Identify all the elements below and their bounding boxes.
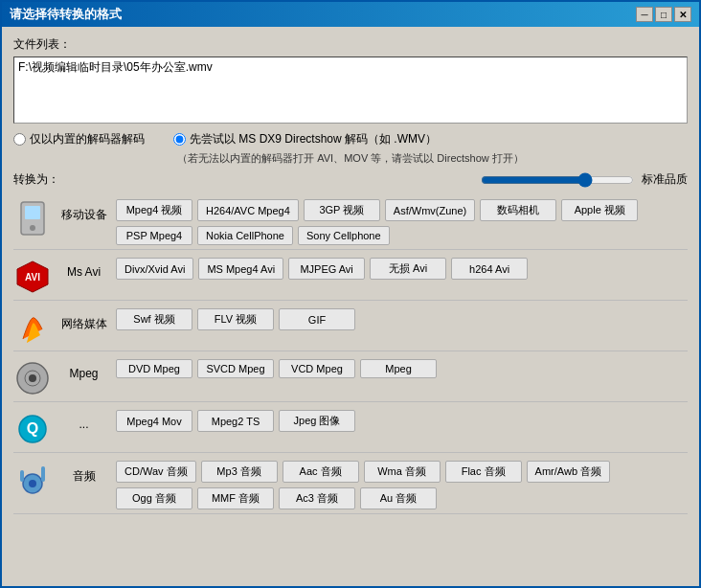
format-button-mobile-2[interactable]: 3GP 视频 [304,199,380,221]
close-button[interactable]: ✕ [674,7,691,22]
format-button-web-0[interactable]: Swf 视频 [116,308,192,330]
file-list-box[interactable]: F:\视频编辑临时目录\05年办公室.wmv [13,57,688,124]
svg-point-6 [29,374,36,382]
format-button-audio-0[interactable]: CD/Wav 音频 [116,461,196,483]
format-button-web-2[interactable]: GIF [279,308,355,330]
radio-option-2[interactable]: 先尝试以 MS DX9 Directshow 解码（如 .WMV） [173,131,437,147]
buttons-area-msavi: Divx/Xvid AviMS Mpeg4 AviMJPEG Avi无损 Avi… [116,258,688,280]
format-button-audio-6[interactable]: Ogg 音频 [116,487,192,509]
format-button-mobile-7[interactable]: Nokia CellPhone [197,226,293,245]
category-icon-audio [13,461,52,499]
category-row-mpeg: MpegDVD MpegSVCD MpegVCD MpegMpeg [13,355,688,402]
category-name-web: 网络媒体 [57,308,110,332]
window-title: 请选择待转换的格式 [10,6,122,23]
content-area: 文件列表： F:\视频编辑临时目录\05年办公室.wmv 仅以内置的解码器解码 … [2,27,699,524]
svg-rect-12 [41,466,45,482]
category-icon-mpeg [13,359,52,397]
format-button-audio-8[interactable]: Ac3 音频 [279,487,355,509]
format-button-msavi-2[interactable]: MJPEG Avi [288,258,365,280]
format-button-msavi-3[interactable]: 无损 Avi [370,258,446,280]
svg-text:AVI: AVI [25,272,40,283]
buttons-area-mpeg: DVD MpegSVCD MpegVCD MpegMpeg [116,359,688,378]
category-name-msavi: Ms Avi [57,258,110,279]
convert-row: 转换为： 标准品质 [13,171,688,188]
format-button-msavi-1[interactable]: MS Mpeg4 Avi [198,258,283,280]
category-row-msavi: AVIMs AviDivx/Xvid AviMS Mpeg4 AviMJPEG … [13,254,688,301]
category-icon-misc: Q [13,410,52,448]
format-button-mobile-6[interactable]: PSP Mpeg4 [116,226,192,245]
format-button-web-1[interactable]: FLV 视频 [197,308,274,330]
radio-option-1[interactable]: 仅以内置的解码器解码 [13,131,145,147]
buttons-area-web: Swf 视频FLV 视频GIF [116,308,688,330]
radio-decode-directshow[interactable] [173,133,186,146]
format-button-audio-3[interactable]: Wma 音频 [364,461,441,483]
category-name-mobile: 移动设备 [57,199,110,223]
maximize-button[interactable]: □ [655,7,672,22]
main-window: 请选择待转换的格式 ─ □ ✕ 文件列表： F:\视频编辑临时目录\05年办公室… [0,0,701,588]
format-button-mobile-1[interactable]: H264/AVC Mpeg4 [197,199,299,221]
radio-label-1: 仅以内置的解码器解码 [30,131,145,147]
format-button-mpeg-3[interactable]: Mpeg [360,359,437,378]
format-button-audio-2[interactable]: Aac 音频 [283,461,359,483]
slider-area: 标准品质 [79,171,688,188]
svg-rect-1 [25,206,40,219]
format-button-mobile-4[interactable]: 数码相机 [480,199,556,221]
category-name-mpeg: Mpeg [57,359,110,380]
quality-label: 标准品质 [642,171,688,188]
category-icon-web [13,308,52,347]
format-button-misc-1[interactable]: Mpeg2 TS [197,410,274,432]
svg-point-2 [30,225,35,231]
convert-for-label: 转换为： [13,171,59,188]
category-icon-mobile [13,199,52,237]
svg-rect-13 [20,470,24,482]
format-button-msavi-0[interactable]: Divx/Xvid Avi [116,258,193,280]
category-name-misc: ... [57,410,110,431]
categories-container: 移动设备Mpeg4 视频H264/AVC Mpeg43GP 视频Asf/Wmv(… [13,195,688,514]
category-row-mobile: 移动设备Mpeg4 视频H264/AVC Mpeg43GP 视频Asf/Wmv(… [13,195,688,250]
file-path: F:\视频编辑临时目录\05年办公室.wmv [18,59,683,76]
quality-slider[interactable] [481,172,634,188]
format-button-mobile-5[interactable]: Apple 视频 [561,199,638,221]
svg-point-11 [29,480,36,487]
svg-text:Q: Q [27,420,38,437]
radio-row: 仅以内置的解码器解码 先尝试以 MS DX9 Directshow 解码（如 .… [13,131,688,147]
buttons-area-misc: Mpeg4 MovMpeg2 TSJpeg 图像 [116,410,688,432]
format-button-audio-5[interactable]: Amr/Awb 音频 [527,461,610,483]
format-button-mobile-3[interactable]: Asf/Wmv(Zune) [385,199,475,221]
minimize-button[interactable]: ─ [636,7,653,22]
buttons-area-audio: CD/Wav 音频Mp3 音频Aac 音频Wma 音频Flac 音频Amr/Aw… [116,461,688,509]
hint-text: （若无法以内置的解码器打开 AVI、MOV 等，请尝试以 Directshow … [13,151,688,166]
format-button-misc-2[interactable]: Jpeg 图像 [279,410,355,432]
category-row-misc: Q...Mpeg4 MovMpeg2 TSJpeg 图像 [13,406,688,453]
category-icon-msavi: AVI [13,258,52,296]
format-button-mpeg-0[interactable]: DVD Mpeg [116,359,192,378]
category-row-web: 网络媒体Swf 视频FLV 视频GIF [13,305,688,351]
title-bar: 请选择待转换的格式 ─ □ ✕ [2,2,699,27]
title-bar-buttons: ─ □ ✕ [636,7,691,22]
category-row-audio: 音频CD/Wav 音频Mp3 音频Aac 音频Wma 音频Flac 音频Amr/… [13,457,688,514]
format-button-audio-9[interactable]: Au 音频 [360,487,437,509]
format-button-mobile-8[interactable]: Sony Cellphone [298,226,390,245]
radio-label-2: 先尝试以 MS DX9 Directshow 解码（如 .WMV） [190,131,437,147]
format-button-mpeg-2[interactable]: VCD Mpeg [279,359,355,378]
buttons-area-mobile: Mpeg4 视频H264/AVC Mpeg43GP 视频Asf/Wmv(Zune… [116,199,688,245]
format-button-mobile-0[interactable]: Mpeg4 视频 [116,199,192,221]
format-button-audio-1[interactable]: Mp3 音频 [201,461,278,483]
format-button-msavi-4[interactable]: h264 Avi [451,258,528,280]
file-list-label: 文件列表： [13,36,688,53]
format-button-misc-0[interactable]: Mpeg4 Mov [116,410,192,432]
radio-decode-builtin[interactable] [13,133,26,146]
category-name-audio: 音频 [57,461,110,485]
format-button-mpeg-1[interactable]: SVCD Mpeg [197,359,274,378]
format-button-audio-7[interactable]: MMF 音频 [197,487,274,509]
format-button-audio-4[interactable]: Flac 音频 [445,461,522,483]
